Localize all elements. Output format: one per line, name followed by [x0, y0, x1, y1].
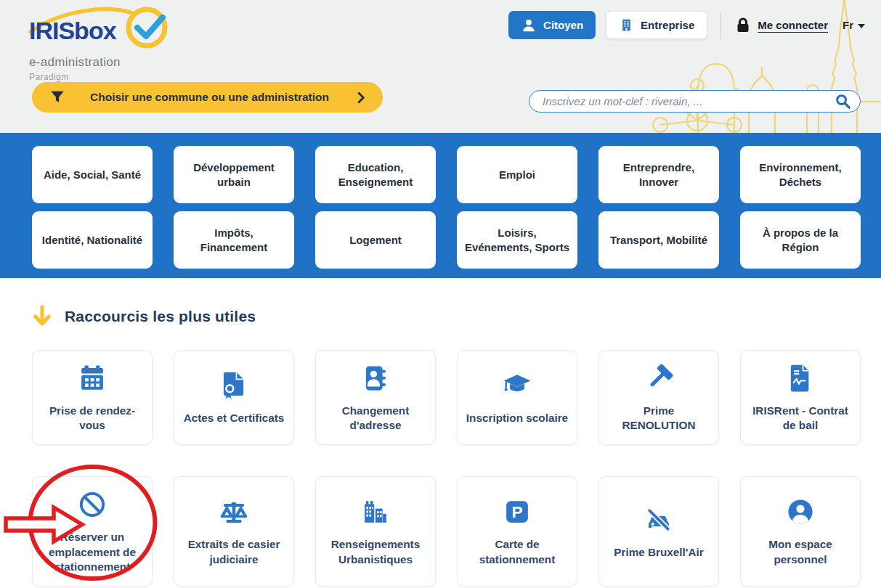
shortcut-label: Mon espace personnel — [748, 537, 853, 566]
shortcut-reserver-emplacement-stationnement[interactable]: Réserver un emplacement de stationnement — [32, 476, 153, 587]
irisbox-logo-icon: IRISbox — [28, 4, 186, 51]
search-icon[interactable] — [835, 93, 851, 110]
shortcut-label: Réserver un emplacement de stationnement — [40, 530, 145, 574]
shortcut-actes-et-certificats[interactable]: Actes et Certificats — [174, 350, 294, 445]
category-education-enseignement[interactable]: Education, Enseignement — [315, 146, 436, 203]
car-slash-icon — [643, 504, 675, 536]
shortcut-prime-bruxellair[interactable]: Prime Bruxell'Air — [598, 476, 719, 587]
citoyen-label: Citoyen — [543, 19, 583, 31]
category-a-propos-region[interactable]: À propos de la Région — [740, 211, 861, 269]
shortcut-label: Carte de stationnement — [465, 537, 569, 566]
category-emploi[interactable]: Emploi — [457, 146, 577, 203]
shortcut-irisrent-contrat-de-bail[interactable]: IRISRent - Contrat de bail — [740, 350, 861, 445]
shortcuts-grid: Prise de rendez-vous Actes et Certificat… — [0, 328, 881, 587]
brand-text: IRISbox — [29, 17, 117, 44]
entreprise-button[interactable]: Entreprise — [606, 11, 707, 39]
shortcut-label: Prime Bruxell'Air — [614, 545, 704, 560]
logo-byline: Paradigm — [29, 72, 186, 82]
shortcuts-title: Raccourcis les plus utiles — [65, 308, 256, 325]
category-aide-social-sante[interactable]: Aide, Social, Santé — [32, 146, 153, 203]
certificate-icon — [219, 369, 249, 401]
logo[interactable]: IRISbox e-administration Paradigm — [28, 4, 186, 82]
category-transport-mobilite[interactable]: Transport, Mobilité — [598, 211, 719, 269]
category-identite-nationalite[interactable]: Identité, Nationalité — [32, 211, 153, 269]
irisbox-portal: IRISbox e-administration Paradigm Citoye… — [0, 0, 881, 588]
language-label: Fr — [843, 19, 853, 31]
shortcut-changement-adresse[interactable]: Changement d'adresse — [315, 350, 436, 445]
justice-scales-icon — [218, 496, 250, 528]
logo-subtitle: e-administration — [29, 55, 186, 70]
shortcut-label: Prise de rendez-vous — [40, 404, 145, 433]
parking-icon: P — [502, 496, 532, 528]
contract-signature-icon — [785, 362, 816, 394]
category-environnement-dechets[interactable]: Environnement, Déchets — [740, 146, 861, 203]
search-input[interactable] — [529, 90, 861, 113]
category-developpement-urbain[interactable]: Développement urbain — [174, 146, 294, 203]
shortcut-prime-renolution[interactable]: Prime RENOLUTION — [598, 350, 719, 445]
shortcut-label: Renseignements Urbanistiques — [323, 537, 428, 566]
category-impots-financement[interactable]: Impôts, Financement — [174, 211, 294, 269]
address-book-icon — [360, 362, 391, 394]
search-bar — [529, 90, 861, 113]
category-logement[interactable]: Logement — [315, 211, 436, 269]
account-bar: Citoyen Entreprise Me connecter — [508, 11, 865, 39]
chevron-right-icon — [354, 90, 368, 105]
chevron-down-icon — [858, 24, 865, 28]
shortcut-label: Extraits de casier judiciaire — [182, 537, 286, 566]
entreprise-label: Entreprise — [641, 19, 694, 31]
check-circle-icon — [137, 17, 163, 36]
shortcut-carte-de-stationnement[interactable]: P Carte de stationnement — [457, 476, 577, 587]
header: IRISbox e-administration Paradigm Citoye… — [0, 0, 881, 133]
shortcut-label: IRISRent - Contrat de bail — [748, 404, 853, 433]
user-circle-icon — [785, 496, 816, 528]
shortcut-prise-de-rendez-vous[interactable]: Prise de rendez-vous — [32, 350, 153, 445]
person-icon — [521, 17, 537, 33]
choose-commune-label: Choisir une commune ou une administratio… — [65, 91, 354, 104]
choose-commune-button[interactable]: Choisir une commune ou une administratio… — [32, 82, 383, 113]
calendar-icon — [77, 362, 107, 394]
shortcut-label: Inscription scolaire — [466, 411, 568, 425]
shortcuts-section: Raccourcis les plus utiles Prise de re — [0, 278, 881, 587]
shortcuts-header: Raccourcis les plus utiles — [0, 278, 881, 328]
lock-icon — [734, 17, 752, 34]
language-selector[interactable]: Fr — [843, 19, 865, 31]
shortcut-label: Changement d'adresse — [323, 404, 428, 433]
divider — [720, 12, 721, 39]
no-entry-icon — [76, 489, 108, 520]
arrow-down-icon — [32, 305, 52, 328]
shortcut-inscription-scolaire[interactable]: Inscription scolaire — [457, 350, 577, 445]
graduation-cap-icon — [501, 369, 533, 401]
city-buildings-icon — [360, 496, 391, 528]
category-band: Aide, Social, Santé Développement urbain… — [0, 133, 881, 278]
filter-funnel-icon — [49, 89, 65, 105]
building-icon — [619, 17, 634, 33]
shortcut-label: Actes et Certificats — [184, 411, 285, 425]
shortcut-mon-espace-personnel[interactable]: Mon espace personnel — [740, 476, 861, 587]
hammer-icon — [644, 362, 674, 394]
shortcut-extraits-casier-judiciaire[interactable]: Extraits de casier judiciaire — [174, 476, 294, 587]
shortcut-label: Prime RENOLUTION — [606, 404, 711, 433]
shortcut-renseignements-urbanistiques[interactable]: Renseignements Urbanistiques — [315, 476, 436, 587]
login-label: Me connecter — [758, 19, 828, 31]
svg-text:P: P — [511, 503, 522, 522]
category-entreprendre-innover[interactable]: Entreprendre, Innover — [598, 146, 719, 203]
citoyen-button[interactable]: Citoyen — [508, 11, 596, 39]
login-link[interactable]: Me connecter — [734, 17, 828, 34]
category-loisirs-evenements-sports[interactable]: Loisirs, Evénements, Sports — [457, 211, 577, 269]
